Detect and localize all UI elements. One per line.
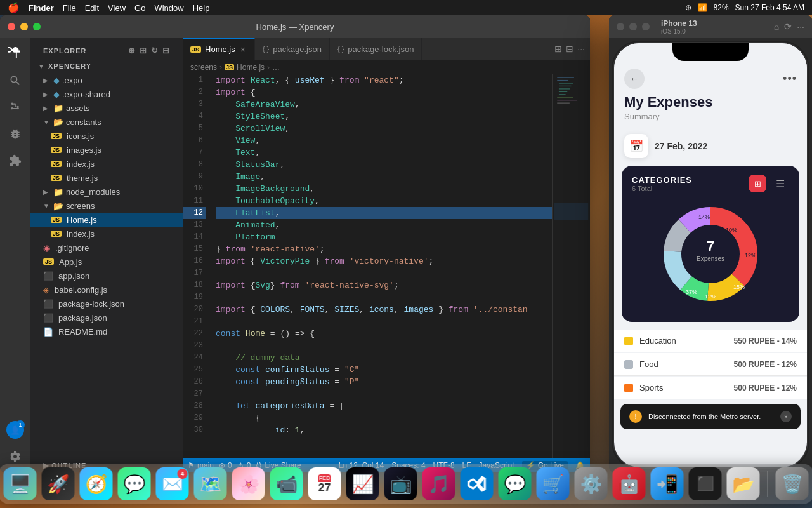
active-app-label[interactable]: Finder bbox=[29, 3, 54, 13]
tree-item-gitignore[interactable]: ◉ .gitignore bbox=[30, 241, 183, 255]
iphone-rotate-icon[interactable]: ⟳ bbox=[784, 22, 792, 32]
tree-item-app-json[interactable]: ⬛ app.json bbox=[30, 269, 183, 283]
more-button[interactable]: ••• bbox=[783, 72, 797, 86]
menu-go[interactable]: Go bbox=[134, 3, 145, 13]
tree-item-expo-shared[interactable]: ▶ ◆ .expo-shared bbox=[30, 87, 183, 101]
tree-item-home-js[interactable]: JS Home.js bbox=[30, 213, 183, 227]
code-editor[interactable]: 1 2 3 4 5 6 7 8 9 10 11 12 13 14 bbox=[183, 74, 590, 458]
iphone-screen[interactable]: ← ••• My Expenses Summary 📅 27 Feb, 2022 bbox=[614, 43, 807, 467]
add-category-button[interactable]: ⊞ bbox=[749, 175, 766, 192]
screens-index-badge: JS bbox=[51, 231, 62, 237]
dock-photos[interactable]: 🌸 bbox=[232, 467, 265, 500]
tree-item-babel-config[interactable]: ◈ babel.config.js bbox=[30, 283, 183, 297]
activity-extensions[interactable] bbox=[4, 150, 26, 171]
list-view-button[interactable]: ☰ bbox=[771, 175, 789, 192]
tree-item-constants[interactable]: ▼ 📂 constants bbox=[30, 115, 183, 129]
tree-item-package-lock[interactable]: ⬛ package-lock.json bbox=[30, 297, 183, 311]
close-button[interactable] bbox=[8, 23, 15, 30]
dock-appstore[interactable]: 🛒 bbox=[537, 467, 570, 500]
tree-item-images-js[interactable]: JS images.js bbox=[30, 143, 183, 157]
split-editor-icon[interactable]: ⊞ bbox=[554, 44, 562, 54]
iphone-more-icon[interactable]: ··· bbox=[797, 22, 804, 32]
dock-trash[interactable]: 🗑️ bbox=[776, 467, 809, 500]
dock-settings[interactable]: ⚙️ bbox=[575, 467, 608, 500]
dock-mail[interactable]: ✉️ 4 bbox=[156, 467, 189, 500]
activity-explorer[interactable] bbox=[4, 43, 26, 65]
activity-source-control[interactable] bbox=[4, 97, 26, 118]
category-item-food[interactable]: Food 500 RUPEE - 12% bbox=[614, 353, 807, 376]
gitignore-label: .gitignore bbox=[55, 243, 89, 253]
menu-help[interactable]: Help bbox=[193, 3, 210, 13]
back-button[interactable]: ← bbox=[624, 69, 645, 89]
dock-files[interactable]: 📂 bbox=[727, 467, 760, 500]
tree-item-screens[interactable]: ▼ 📂 screens bbox=[30, 199, 183, 213]
dock-terminal[interactable]: ⬛ bbox=[689, 467, 722, 500]
file-tree: ▼ XPENCERY ▶ ◆ .expo ▶ ◆ .expo-shared bbox=[30, 59, 183, 458]
activity-badge: 1 bbox=[16, 420, 25, 429]
tree-item-expo[interactable]: ▶ ◆ .expo bbox=[30, 73, 183, 87]
dock-maps[interactable]: 🗺️ bbox=[194, 467, 227, 500]
dock-finder[interactable]: 🖥️ bbox=[4, 467, 37, 500]
node-label: node_modules bbox=[66, 187, 120, 197]
donut-chart: 7 Expenses 37% 14% 10% 12% 15% 12% bbox=[657, 200, 764, 308]
activity-search[interactable] bbox=[4, 70, 26, 91]
category-item-education[interactable]: Education 550 RUPEE - 14% bbox=[614, 330, 807, 352]
tab-package-json[interactable]: { } package.json bbox=[255, 38, 330, 60]
menubar-wifi-icon[interactable]: 📶 bbox=[698, 3, 707, 12]
minimize-button[interactable] bbox=[20, 23, 28, 30]
ln-23: 23 bbox=[183, 340, 206, 352]
activity-avatar[interactable]: 👤 1 bbox=[4, 419, 26, 441]
iphone-notch bbox=[672, 43, 749, 61]
menubar-controlcenter[interactable]: ⊕ bbox=[685, 3, 691, 12]
dock-ai[interactable]: 🤖 bbox=[613, 467, 646, 500]
tree-item-assets[interactable]: ▶ 📁 assets bbox=[30, 101, 183, 115]
menu-edit[interactable]: Edit bbox=[85, 3, 99, 13]
iphone-home-icon[interactable]: ⌂ bbox=[774, 22, 779, 32]
dock-messages[interactable]: 💬 bbox=[118, 467, 151, 500]
tab-home-js-close[interactable]: × bbox=[239, 43, 247, 56]
tree-item-package-json[interactable]: ⬛ package.json bbox=[30, 311, 183, 324]
dock-stocks[interactable]: 📈 bbox=[346, 467, 379, 500]
dock-simulator[interactable]: 📲 bbox=[651, 467, 684, 500]
breadcrumb-ellipsis[interactable]: … bbox=[272, 63, 280, 72]
apple-menu[interactable]: 🍎 bbox=[8, 2, 20, 13]
code-content[interactable]: import React, { useRef } from "react"; i… bbox=[211, 74, 552, 458]
dock-appletv[interactable]: 📺 bbox=[384, 467, 417, 500]
ln-1: 1 bbox=[183, 74, 206, 86]
tab-package-lock-json[interactable]: { } package-lock.json bbox=[330, 38, 422, 60]
new-folder-icon[interactable]: ⊞ bbox=[140, 46, 147, 55]
dock-music[interactable]: 🎵 bbox=[422, 467, 455, 500]
dock-vscode[interactable] bbox=[461, 467, 494, 500]
tree-item-icons-js[interactable]: JS icons.js bbox=[30, 129, 183, 143]
dock-launchpad[interactable]: 🚀 bbox=[42, 467, 75, 500]
breadcrumb-screens[interactable]: screens bbox=[190, 63, 217, 72]
tree-item-readme[interactable]: 📄 README.md bbox=[30, 324, 183, 338]
project-root[interactable]: ▼ XPENCERY bbox=[30, 59, 183, 73]
dock-calendar[interactable]: FEB 27 bbox=[308, 467, 341, 500]
new-file-icon[interactable]: ⊕ bbox=[128, 46, 136, 55]
menu-view[interactable]: View bbox=[108, 3, 126, 13]
menu-window[interactable]: Window bbox=[154, 3, 183, 13]
refresh-icon[interactable]: ↻ bbox=[151, 46, 159, 55]
category-item-sports[interactable]: Sports 500 RUPEE - 12% bbox=[614, 377, 807, 399]
tab-home-js[interactable]: JS Home.js × bbox=[183, 38, 255, 60]
breadcrumb-home-js[interactable]: Home.js bbox=[237, 63, 265, 72]
collapse-all-icon[interactable]: ⊟ bbox=[162, 46, 170, 55]
more-actions-icon[interactable]: ··· bbox=[577, 44, 585, 54]
menu-file[interactable]: File bbox=[63, 3, 76, 13]
dock-safari[interactable]: 🧭 bbox=[80, 467, 113, 500]
activity-debug[interactable] bbox=[4, 123, 26, 145]
breadcrumb-sep-1: › bbox=[219, 63, 222, 72]
tree-item-app-js[interactable]: JS App.js bbox=[30, 255, 183, 269]
editor-layout-icon[interactable]: ⊟ bbox=[566, 44, 573, 54]
tree-item-theme-js[interactable]: JS theme.js bbox=[30, 171, 183, 185]
toast-dismiss-button[interactable]: × bbox=[780, 411, 792, 422]
expo-shared-label: .expo-shared bbox=[62, 90, 110, 99]
dock-facetime[interactable]: 📹 bbox=[270, 467, 303, 500]
tree-item-index-js-const[interactable]: JS index.js bbox=[30, 157, 183, 171]
dock-whatsapp[interactable]: 💬 bbox=[499, 467, 532, 500]
tree-item-node-modules[interactable]: ▶ 📁 node_modules bbox=[30, 185, 183, 199]
readme-icon: 📄 bbox=[43, 327, 53, 337]
tree-item-index-js-screens[interactable]: JS index.js bbox=[30, 227, 183, 241]
maximize-button[interactable] bbox=[33, 23, 41, 30]
